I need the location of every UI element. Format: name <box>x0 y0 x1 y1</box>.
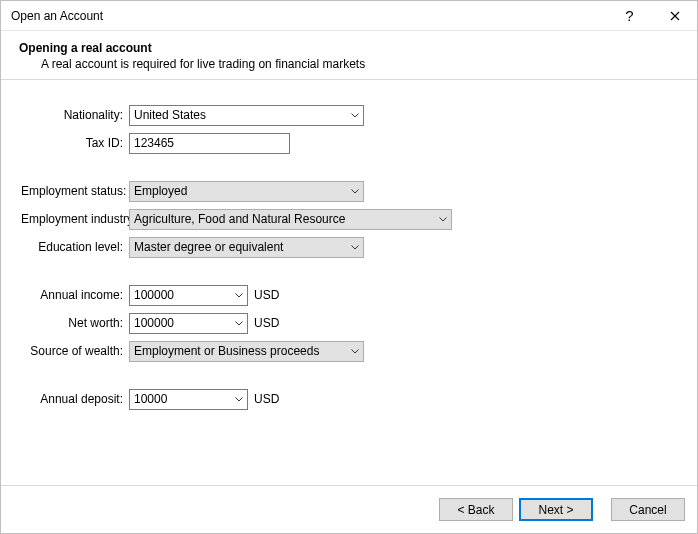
dialog-header: Opening a real account A real account is… <box>1 31 697 80</box>
nationality-value: United States <box>134 108 206 122</box>
header-subtitle: A real account is required for live trad… <box>19 57 683 71</box>
annual-deposit-value: 10000 <box>134 392 167 406</box>
employment-industry-value: Agriculture, Food and Natural Resource <box>134 212 345 226</box>
titlebar: Open an Account ? <box>1 1 697 31</box>
help-button[interactable]: ? <box>607 1 652 30</box>
annual-income-value: 100000 <box>134 288 174 302</box>
annual-income-combo[interactable]: 100000 <box>129 285 248 306</box>
source-of-wealth-select[interactable]: Employment or Business proceeds <box>129 341 364 362</box>
chevron-down-icon <box>346 182 363 201</box>
nationality-select[interactable]: United States <box>129 105 364 126</box>
window-title: Open an Account <box>11 9 607 23</box>
education-level-value: Master degree or equivalent <box>134 240 283 254</box>
form-body: Nationality: United States Tax ID: Emplo… <box>1 80 697 485</box>
help-icon: ? <box>625 7 633 24</box>
annual-income-unit: USD <box>254 288 279 302</box>
tax-id-label: Tax ID: <box>21 136 129 150</box>
education-level-select[interactable]: Master degree or equivalent <box>129 237 364 258</box>
annual-deposit-label: Annual deposit: <box>21 392 129 406</box>
chevron-down-icon <box>434 210 451 229</box>
cancel-button[interactable]: Cancel <box>611 498 685 521</box>
employment-industry-select[interactable]: Agriculture, Food and Natural Resource <box>129 209 452 230</box>
source-of-wealth-value: Employment or Business proceeds <box>134 344 319 358</box>
chevron-down-icon <box>346 106 363 125</box>
annual-income-label: Annual income: <box>21 288 129 302</box>
employment-status-label: Employment status: <box>21 184 129 198</box>
net-worth-value: 100000 <box>134 316 174 330</box>
next-button[interactable]: Next > <box>519 498 593 521</box>
nationality-label: Nationality: <box>21 108 129 122</box>
net-worth-unit: USD <box>254 316 279 330</box>
chevron-down-icon <box>230 390 247 409</box>
net-worth-label: Net worth: <box>21 316 129 330</box>
chevron-down-icon <box>230 286 247 305</box>
employment-industry-label: Employment industry: <box>21 212 129 226</box>
annual-deposit-combo[interactable]: 10000 <box>129 389 248 410</box>
employment-status-select[interactable]: Employed <box>129 181 364 202</box>
dialog-footer: < Back Next > Cancel <box>1 485 697 533</box>
chevron-down-icon <box>230 314 247 333</box>
tax-id-input[interactable] <box>129 133 290 154</box>
header-title: Opening a real account <box>19 41 683 55</box>
close-button[interactable] <box>652 1 697 30</box>
dialog-window: Open an Account ? Opening a real account… <box>0 0 698 534</box>
annual-deposit-unit: USD <box>254 392 279 406</box>
source-of-wealth-label: Source of wealth: <box>21 344 129 358</box>
chevron-down-icon <box>346 342 363 361</box>
education-level-label: Education level: <box>21 240 129 254</box>
back-button[interactable]: < Back <box>439 498 513 521</box>
chevron-down-icon <box>346 238 363 257</box>
tax-id-field[interactable] <box>134 134 285 153</box>
employment-status-value: Employed <box>134 184 187 198</box>
net-worth-combo[interactable]: 100000 <box>129 313 248 334</box>
close-icon <box>670 11 680 21</box>
